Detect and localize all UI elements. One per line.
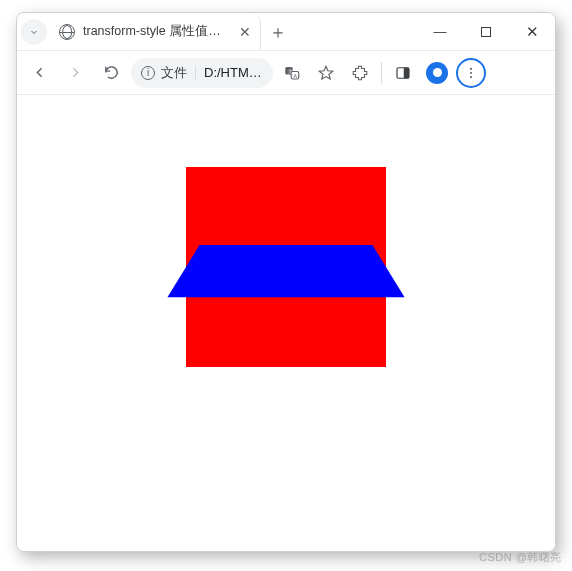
new-tab-button[interactable]: ＋ — [261, 13, 295, 50]
translate-button[interactable]: 文A — [277, 58, 307, 88]
svg-point-7 — [470, 71, 472, 73]
tab-close-button[interactable]: ✕ — [238, 24, 252, 40]
url-scheme-label: 文件 — [161, 64, 187, 82]
square-icon — [481, 27, 491, 37]
tab-title: transform-style 属性值设置 3D — [83, 23, 230, 40]
svg-text:文: 文 — [288, 68, 293, 74]
bookmark-button[interactable] — [311, 58, 341, 88]
maximize-button[interactable] — [463, 13, 509, 51]
page-content — [17, 95, 555, 551]
back-button[interactable] — [23, 57, 55, 89]
window-close-button[interactable]: ✕ — [509, 13, 555, 51]
menu-button[interactable] — [456, 58, 486, 88]
title-bar: transform-style 属性值设置 3D ✕ ＋ — ✕ — [17, 13, 555, 51]
window-controls: — ✕ — [417, 13, 555, 50]
blue-box — [167, 245, 404, 297]
info-icon: i — [141, 66, 155, 80]
forward-button[interactable] — [59, 57, 91, 89]
omnibox[interactable]: i 文件 D:/HTM… — [131, 58, 273, 88]
watermark: CSDN @韩曙亮 — [479, 550, 562, 565]
svg-text:A: A — [294, 72, 298, 78]
chevron-down-icon — [21, 19, 47, 45]
avatar-icon — [426, 62, 448, 84]
divider — [195, 66, 196, 80]
tab-search-button[interactable] — [17, 13, 51, 50]
reload-button[interactable] — [95, 57, 127, 89]
side-panel-button[interactable] — [388, 58, 418, 88]
svg-point-6 — [470, 67, 472, 69]
browser-tab[interactable]: transform-style 属性值设置 3D ✕ — [51, 13, 261, 50]
address-bar: i 文件 D:/HTM… 文A — [17, 51, 555, 95]
svg-rect-5 — [404, 67, 409, 78]
toolbar-divider — [381, 62, 382, 84]
extensions-button[interactable] — [345, 58, 375, 88]
minimize-button[interactable]: — — [417, 13, 463, 51]
svg-point-8 — [470, 76, 472, 78]
profile-button[interactable] — [422, 58, 452, 88]
browser-window: transform-style 属性值设置 3D ✕ ＋ — ✕ i 文件 D:… — [16, 12, 556, 552]
url-text: D:/HTM… — [204, 65, 263, 80]
globe-icon — [59, 24, 75, 40]
